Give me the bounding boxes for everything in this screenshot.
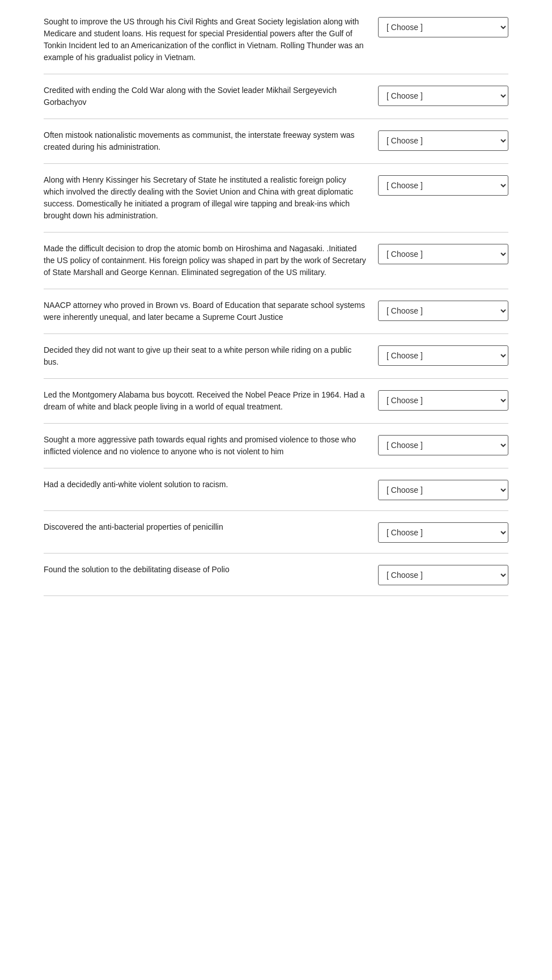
quiz-select-wrapper-12: [ Choose ] xyxy=(378,564,508,585)
quiz-select-4[interactable]: [ Choose ] xyxy=(378,175,508,196)
quiz-select-wrapper-11: [ Choose ] xyxy=(378,521,508,543)
quiz-select-3[interactable]: [ Choose ] xyxy=(378,130,508,151)
quiz-row-7: Decided they did not want to give up the… xyxy=(44,334,508,379)
quiz-description-5: Made the difficult decision to drop the … xyxy=(44,243,367,278)
quiz-description-6: NAACP attorney who proved in Brown vs. B… xyxy=(44,299,367,323)
quiz-row-9: Sought a more aggressive path towards eq… xyxy=(44,424,508,468)
quiz-description-11: Discovered the anti-bacterial properties… xyxy=(44,521,367,533)
quiz-select-wrapper-1: [ Choose ] xyxy=(378,16,508,37)
quiz-select-2[interactable]: [ Choose ] xyxy=(378,86,508,106)
quiz-select-1[interactable]: [ Choose ] xyxy=(378,17,508,37)
quiz-select-11[interactable]: [ Choose ] xyxy=(378,522,508,543)
quiz-description-12: Found the solution to the debilitating d… xyxy=(44,564,367,576)
quiz-description-7: Decided they did not want to give up the… xyxy=(44,344,367,368)
quiz-description-9: Sought a more aggressive path towards eq… xyxy=(44,434,367,458)
quiz-description-4: Along with Henry Kissinger his Secretary… xyxy=(44,174,367,222)
quiz-description-3: Often mistook nationalistic movements as… xyxy=(44,129,367,153)
quiz-row-4: Along with Henry Kissinger his Secretary… xyxy=(44,164,508,233)
quiz-select-wrapper-8: [ Choose ] xyxy=(378,389,508,411)
quiz-row-11: Discovered the anti-bacterial properties… xyxy=(44,511,508,554)
quiz-description-8: Led the Montgomery Alabama bus boycott. … xyxy=(44,389,367,413)
quiz-description-10: Had a decidedly anti-white violent solut… xyxy=(44,479,367,491)
quiz-select-wrapper-10: [ Choose ] xyxy=(378,479,508,500)
quiz-select-12[interactable]: [ Choose ] xyxy=(378,565,508,585)
quiz-row-1: Sought to improve the US through his Civ… xyxy=(44,6,508,74)
quiz-row-12: Found the solution to the debilitating d… xyxy=(44,554,508,596)
quiz-select-wrapper-3: [ Choose ] xyxy=(378,129,508,151)
quiz-select-7[interactable]: [ Choose ] xyxy=(378,345,508,366)
quiz-select-wrapper-4: [ Choose ] xyxy=(378,174,508,196)
quiz-select-wrapper-2: [ Choose ] xyxy=(378,85,508,106)
quiz-select-9[interactable]: [ Choose ] xyxy=(378,435,508,455)
quiz-select-wrapper-9: [ Choose ] xyxy=(378,434,508,455)
quiz-row-3: Often mistook nationalistic movements as… xyxy=(44,119,508,164)
quiz-select-6[interactable]: [ Choose ] xyxy=(378,301,508,321)
quiz-select-wrapper-6: [ Choose ] xyxy=(378,299,508,321)
quiz-row-8: Led the Montgomery Alabama bus boycott. … xyxy=(44,379,508,424)
quiz-row-10: Had a decidedly anti-white violent solut… xyxy=(44,468,508,511)
quiz-select-10[interactable]: [ Choose ] xyxy=(378,480,508,500)
quiz-select-wrapper-5: [ Choose ] xyxy=(378,243,508,264)
quiz-select-8[interactable]: [ Choose ] xyxy=(378,390,508,411)
quiz-row-5: Made the difficult decision to drop the … xyxy=(44,233,508,289)
quiz-container: Sought to improve the US through his Civ… xyxy=(44,0,508,602)
quiz-row-6: NAACP attorney who proved in Brown vs. B… xyxy=(44,289,508,334)
quiz-select-wrapper-7: [ Choose ] xyxy=(378,344,508,366)
quiz-select-5[interactable]: [ Choose ] xyxy=(378,244,508,264)
quiz-description-2: Credited with ending the Cold War along … xyxy=(44,85,367,108)
quiz-row-2: Credited with ending the Cold War along … xyxy=(44,74,508,119)
quiz-description-1: Sought to improve the US through his Civ… xyxy=(44,16,367,64)
